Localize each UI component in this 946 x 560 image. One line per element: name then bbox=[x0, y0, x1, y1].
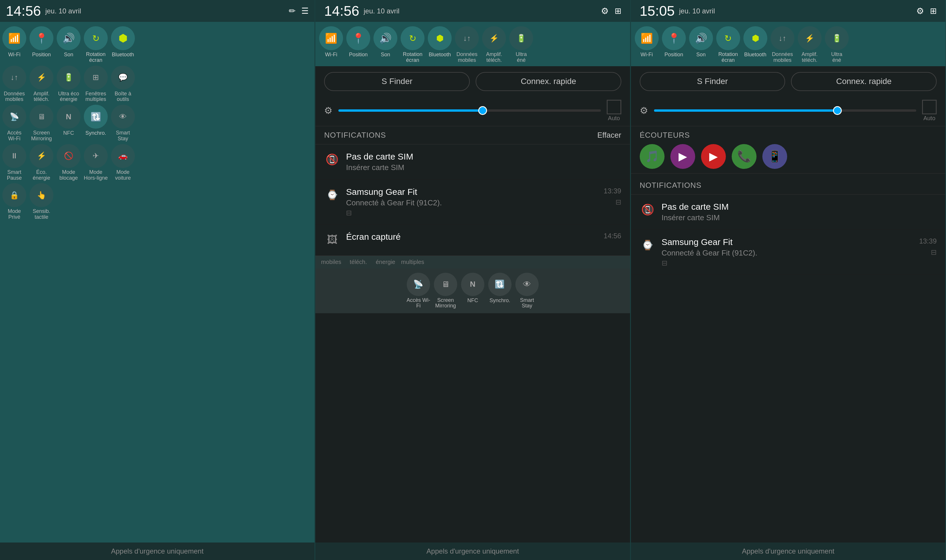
donnees-label-2: Donnéesmobiles bbox=[456, 52, 477, 63]
qs-smart-pause-1[interactable]: ⏸ SmartPause bbox=[2, 144, 27, 181]
overlay-nfc[interactable]: N NFC bbox=[460, 273, 486, 309]
qs-smart-stay-1[interactable]: 👁 SmartStay bbox=[110, 105, 136, 142]
sensib-icon-1: 👆 bbox=[37, 191, 46, 200]
remote-app-btn[interactable]: 📱 bbox=[762, 144, 787, 169]
qs-eco-1[interactable]: ⚡ Éco.énergie bbox=[29, 144, 54, 181]
qs-ultra-2-small[interactable]: 🔋 Ultraéné bbox=[508, 26, 534, 63]
qs-blocage-1[interactable]: 🚫 Modeblocage bbox=[56, 144, 82, 181]
qs-position-1[interactable]: 📍 Position bbox=[29, 26, 54, 63]
qs-wifi-3[interactable]: 📶 Wi-Fi bbox=[634, 26, 660, 63]
music-app-btn[interactable]: 🎵 bbox=[640, 144, 665, 169]
connex-rapide-btn-2[interactable]: Connex. rapide bbox=[475, 72, 621, 91]
notif-item-gearfit-2: ⌚ Samsung Gear Fit Connecté à Gear Fit (… bbox=[315, 180, 630, 225]
overlay-acces-wifi[interactable]: 📡 Accès Wi-Fi bbox=[406, 273, 431, 309]
donnees-icon-1: ↓↑ bbox=[11, 73, 18, 82]
sim-icon-2: 📵 bbox=[326, 154, 339, 166]
qs-rotation-3[interactable]: ↻ Rotationécran bbox=[715, 26, 741, 63]
qs-bluetooth-2[interactable]: ⬢ Bluetooth bbox=[427, 26, 452, 63]
acces-wifi-label-1: AccèsWi-Fi bbox=[7, 130, 21, 142]
qs-acces-wifi-1[interactable]: 📡 AccèsWi-Fi bbox=[2, 105, 27, 142]
brightness-row-2: ⚙ Auto bbox=[315, 97, 630, 123]
qs-fenetres-1[interactable]: ⊞ Fenêtresmultiples bbox=[83, 66, 109, 103]
qs-bluetooth-3[interactable]: ⬢ Bluetooth bbox=[742, 26, 768, 63]
notif-clear-2[interactable]: Effacer bbox=[597, 131, 621, 140]
bluetooth-icon-2: ⬢ bbox=[436, 34, 443, 43]
qs-ultra-3[interactable]: 🔋 Ultraéné bbox=[824, 26, 850, 63]
qs-donnees-1[interactable]: ↓↑ Donnéesmobiles bbox=[2, 66, 27, 103]
hors-ligne-icon-1: ✈ bbox=[93, 151, 99, 160]
qs-sensib-1[interactable]: 👆 Sensib.tactile bbox=[29, 183, 54, 220]
qs-prive-1[interactable]: 🔒 ModePrivé bbox=[2, 183, 27, 220]
youtube-app-icon: ▶ bbox=[709, 150, 718, 163]
qs-synchro-1[interactable]: 🔃 Synchro. bbox=[83, 105, 109, 142]
son-icon-1: 🔊 bbox=[62, 32, 75, 44]
rotation-icon-1: ↻ bbox=[92, 33, 100, 43]
emergency-text-1: Appels d'urgence uniquement bbox=[111, 547, 204, 555]
screenshot-icon-2: 🖼 bbox=[327, 234, 338, 246]
brightness-slider-3[interactable] bbox=[654, 109, 916, 112]
qs-position-2[interactable]: 📍 Position bbox=[346, 26, 371, 63]
qs-rotation-2[interactable]: ↻ Rotationécran bbox=[400, 26, 425, 63]
brightness-slider-2[interactable] bbox=[338, 109, 600, 112]
qs-donnees-3[interactable]: ↓↑ Donnéesmobiles bbox=[770, 26, 795, 63]
gearfit-icon-area-3: ⌚ bbox=[640, 237, 656, 253]
rotation-icon-2: ↻ bbox=[409, 33, 417, 43]
connex-rapide-btn-3[interactable]: Connex. rapide bbox=[791, 72, 937, 91]
boite-icon-1: 💬 bbox=[118, 73, 128, 82]
bottom-bar-3: Appels d'urgence uniquement bbox=[631, 543, 945, 560]
notif-item-no-sim-2: 📵 Pas de carte SIM Insérer carte SIM bbox=[315, 145, 630, 180]
s-finder-btn-3[interactable]: S Finder bbox=[640, 72, 786, 91]
overlay-synchro[interactable]: 🔃 Synchro. bbox=[487, 273, 513, 309]
qs-amplif-2-small[interactable]: ⚡ Amplif.téléch. bbox=[481, 26, 507, 63]
youtube-app-btn[interactable]: ▶ bbox=[701, 144, 726, 169]
partial-label-mobiles: mobiles bbox=[318, 259, 344, 265]
position-icon-3: 📍 bbox=[668, 32, 680, 44]
qs-voiture-1[interactable]: 🚗 Modevoiture bbox=[110, 144, 136, 181]
voiture-icon-1: 🚗 bbox=[118, 151, 128, 160]
sensib-label-1: Sensib.tactile bbox=[33, 209, 50, 220]
video-app-icon: ▶ bbox=[679, 150, 687, 163]
phone-app-btn[interactable]: 📞 bbox=[732, 144, 756, 169]
qs-bluetooth-1[interactable]: ⬢ Bluetooth bbox=[110, 26, 136, 63]
quick-settings-1: 📶 Wi-Fi 📍 Position 🔊 Son ↻ Rot bbox=[0, 22, 315, 543]
qs-son-3[interactable]: 🔊 Son bbox=[688, 26, 714, 63]
qs-position-3[interactable]: 📍 Position bbox=[661, 26, 687, 63]
qs-amplif-1[interactable]: ⚡ Amplif.téléch. bbox=[29, 66, 54, 103]
brightness-auto-area-2: Auto bbox=[607, 100, 621, 122]
qs-ultra-1[interactable]: 🔋 Ultra écoénergie bbox=[56, 66, 82, 103]
video-app-btn[interactable]: ▶ bbox=[670, 144, 695, 169]
qs-son-2[interactable]: 🔊 Son bbox=[373, 26, 398, 63]
fenetres-label-1: Fenêtresmultiples bbox=[85, 91, 106, 103]
qs-nfc-1[interactable]: N NFC bbox=[56, 105, 82, 142]
prive-icon-1: 🔒 bbox=[10, 191, 19, 200]
hors-ligne-label-1: ModeHors-ligne bbox=[84, 169, 108, 181]
screenshot-icon-area-2: 🖼 bbox=[324, 232, 340, 248]
qs-wifi-1[interactable]: 📶 Wi-Fi bbox=[2, 26, 27, 63]
overlay-screen-mirror[interactable]: 🖥 Screen Mirroring bbox=[433, 273, 458, 309]
panel-3: 15:05 jeu. 10 avril ⚙ ⊞ 📶 Wi-Fi 📍 Positi… bbox=[631, 0, 946, 560]
qs-hors-ligne-1[interactable]: ✈ ModeHors-ligne bbox=[83, 144, 109, 181]
position-label-3: Position bbox=[665, 52, 683, 58]
qs-rotation-1[interactable]: ↻ Rotationécran bbox=[83, 26, 109, 63]
s-finder-label-3: S Finder bbox=[697, 77, 728, 86]
notif-item-gearfit-3: ⌚ Samsung Gear Fit Connecté à Gear Fit (… bbox=[631, 230, 945, 275]
overlay-smart-stay[interactable]: 👁 Smart Stay bbox=[514, 273, 540, 309]
qs-screen-mirror-1[interactable]: 🖥 ScreenMirroring bbox=[29, 105, 54, 142]
bluetooth-label-3: Bluetooth bbox=[744, 52, 767, 58]
qs-amplif-3[interactable]: ⚡ Amplif.téléch. bbox=[797, 26, 823, 63]
qs-donnees-2-small[interactable]: ↓↑ Donnéesmobiles bbox=[454, 26, 480, 63]
qs-son-1[interactable]: 🔊 Son bbox=[56, 26, 82, 63]
qs-wifi-2[interactable]: 📶 Wi-Fi bbox=[318, 26, 344, 63]
son-icon-3: 🔊 bbox=[695, 32, 707, 44]
rotation-icon-3: ↻ bbox=[724, 33, 732, 43]
s-finder-btn-2[interactable]: S Finder bbox=[324, 72, 470, 91]
connex-rapide-label-2: Connex. rapide bbox=[521, 77, 576, 86]
no-sim-content-2: Pas de carte SIM Insérer carte SIM bbox=[346, 152, 621, 172]
rotation-label-1: Rotationécran bbox=[86, 52, 105, 63]
qs-boite-1[interactable]: 💬 Boîte àoutils bbox=[110, 66, 136, 103]
ultra-label-3: Ultraéné bbox=[831, 52, 843, 63]
date-3: jeu. 10 avril bbox=[679, 7, 715, 15]
screenshot-title-2: Écran capturé bbox=[346, 232, 598, 242]
gearfit-content-2: Samsung Gear Fit Connecté à Gear Fit (91… bbox=[346, 187, 598, 217]
gearfit-title-2: Samsung Gear Fit bbox=[346, 187, 598, 197]
